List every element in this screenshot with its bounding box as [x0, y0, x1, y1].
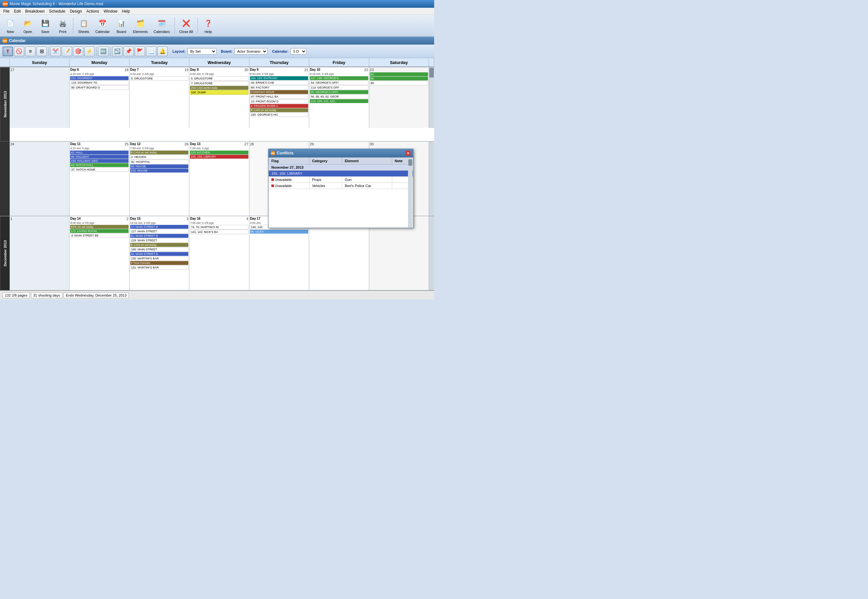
- new-button[interactable]: 📄 New: [3, 16, 18, 35]
- open-button[interactable]: 📂 Open: [20, 16, 36, 35]
- entry-27-1[interactable]: 123: KITCHEN: [190, 151, 248, 154]
- dialog-scrollbar-thumb[interactable]: [408, 159, 412, 166]
- entry-25-4[interactable]: 44: HATCH HALL: [70, 163, 128, 167]
- action-button[interactable]: ⚡: [84, 47, 95, 56]
- entry-20-2[interactable]: 7: DRUGSTORE: [190, 81, 248, 86]
- entry-22-4[interactable]: 65: GEORGE'S OFFI: [310, 90, 368, 94]
- edit-button[interactable]: 📝: [62, 47, 72, 56]
- list-button[interactable]: 📃: [146, 47, 156, 56]
- save-button[interactable]: 💾 Save: [38, 16, 53, 35]
- alert-button[interactable]: 🔔: [157, 47, 168, 56]
- menu-design[interactable]: Design: [68, 8, 84, 14]
- pin-button[interactable]: 📌: [123, 47, 134, 56]
- entry-dec5-2[interactable]: 96: OCEA: [250, 230, 308, 233]
- entry-21-4[interactable]: COMPANY MOVE: [250, 90, 308, 94]
- entry-dec2-1[interactable]: EPK on set today: [70, 225, 128, 229]
- entry-dec3-9[interactable]: If Time Permits: [130, 261, 188, 265]
- entry-23-1[interactable]: 84:: [370, 72, 428, 76]
- entry-18-1[interactable]: 151: DOORWAY: [70, 76, 128, 80]
- day-dec-1[interactable]: 1: [10, 216, 69, 290]
- entry-25-2[interactable]: 46: HALLWAY: [70, 155, 128, 159]
- entry-22-3[interactable]: 113: GEORGE'S OFF: [310, 85, 368, 90]
- entry-dec3-2[interactable]: 117: MAIN STREET: [130, 229, 188, 233]
- calendar-button[interactable]: 📅 Calendar: [93, 16, 112, 35]
- target-button[interactable]: 🎯: [73, 47, 83, 56]
- elements-button[interactable]: 🗂️ Elements: [131, 16, 150, 35]
- entry-21-3[interactable]: 89: FACTORY: [250, 85, 308, 90]
- sheets-button[interactable]: 📋 Sheets: [76, 16, 92, 35]
- entry-dec3-8[interactable]: 130: MARTINI'S BAR: [130, 256, 188, 261]
- entry-dec3-7[interactable]: 32: MAIN STREET B: [130, 252, 188, 256]
- layout-select[interactable]: By Set By Day By Scene: [187, 48, 217, 54]
- board-select[interactable]: Actor Scenario Default: [234, 48, 268, 54]
- menu-edit[interactable]: Edit: [12, 8, 23, 14]
- dialog-close-button[interactable]: ✕: [405, 151, 411, 156]
- day-dec-2[interactable]: Day 14 2 9:00 est; 4 7/8 pgs EPK on set …: [69, 216, 129, 290]
- entry-21-6[interactable]: 13: FRONT ROOM D: [250, 99, 308, 104]
- entry-22-6[interactable]: 119, 120, 121, 122,: [310, 99, 368, 103]
- day-22[interactable]: Day 10 22 9:15 est; 3 4/8 pgs 147, 148: …: [309, 67, 369, 128]
- lines-button[interactable]: ≡: [25, 47, 36, 56]
- entry-26-1[interactable]: B CAM on set today: [130, 151, 188, 154]
- text-format-button[interactable]: T: [3, 47, 13, 56]
- entry-25-1[interactable]: 42: HALL: [70, 151, 128, 154]
- entry-dec2-3[interactable]: 4: MAIN STREET BE: [70, 233, 128, 238]
- entry-25-3[interactable]: 150: HALLWAY GEO: [70, 159, 128, 163]
- entry-dec3-4[interactable]: 129: MAIN STREET: [130, 238, 188, 242]
- print-button[interactable]: 🖨️ Print: [55, 16, 71, 35]
- day-27[interactable]: Day 13 27 7:00 est; 3 pgs 123: KITCHEN 1…: [189, 141, 249, 215]
- day-17[interactable]: 17: [10, 67, 69, 128]
- grid-button[interactable]: ⊞: [36, 47, 47, 56]
- entry-21-7[interactable]: 3: FROZEN RIVER A: [250, 104, 308, 108]
- entry-18-3[interactable]: 90: DRAFT BOARD O: [70, 85, 128, 90]
- entry-26-5[interactable]: 153: HOUSE: [130, 169, 188, 173]
- sort-button[interactable]: 🔤: [98, 47, 108, 56]
- entry-20-1[interactable]: 5: DRUGSTORE: [190, 76, 248, 81]
- close-all-button[interactable]: ❌ Close All: [178, 16, 195, 35]
- entry-21-9[interactable]: 165: GEORGE'S HO: [250, 113, 308, 117]
- day-dec-4[interactable]: Day 16 4 7:00 est; 3 1/8 pgs 74, 76: MAR…: [189, 216, 249, 290]
- scrollbar-2[interactable]: [429, 141, 434, 215]
- conflict-row-1[interactable]: Unavailable Props Gun: [269, 177, 413, 183]
- scrollbar-1[interactable]: [429, 67, 434, 128]
- entry-26-4[interactable]: 99: HOUSE: [130, 164, 188, 168]
- help-button[interactable]: ❓ Help: [200, 16, 216, 35]
- entry-23-3[interactable]: 85:: [370, 81, 428, 85]
- day-19[interactable]: Day 7 19 3:00 est; 3 4/8 pgs 5: DRUGSTOR…: [129, 67, 189, 128]
- board-button[interactable]: 📊 Board: [114, 16, 129, 35]
- day-25[interactable]: Day 11 25 4:15 est; 5 pgs 42: HALL 46: H…: [69, 141, 129, 215]
- entry-23-2[interactable]: 68,: [370, 77, 428, 80]
- day-18[interactable]: Day 6 18 4:20 est; 2 4/8 pgs 151: DOORWA…: [69, 67, 129, 128]
- flag-button[interactable]: 🚩: [135, 47, 145, 56]
- entry-22-1[interactable]: 147, 148: GEORGE'S: [310, 76, 368, 80]
- entry-dec3-10[interactable]: 131: MARTINI'S BAR: [130, 265, 188, 270]
- day-20[interactable]: Day 8 20 6:00 est; 3 7/8 pgs 5: DRUGSTOR…: [189, 67, 249, 128]
- entry-18-2[interactable]: 115: DOORWAY TO: [70, 80, 128, 85]
- entry-27-2[interactable]: 155, 156: LIBRARY: [190, 155, 248, 159]
- calendars-button[interactable]: 🗓️ Calendars: [152, 16, 172, 35]
- entry-dec3-3[interactable]: 81: MAIN STREET B: [130, 234, 188, 238]
- conflict-row-2[interactable]: Unavailable Vehicles Bert's Police Car: [269, 183, 413, 189]
- undo-button[interactable]: ↩️: [112, 47, 122, 56]
- day-26[interactable]: Day 12 26 7:00 est; 3 5/8 pgs B CAM on s…: [129, 141, 189, 215]
- scrollbar-3[interactable]: [429, 216, 434, 290]
- entry-21-5[interactable]: 47: FRONT HALL BA: [250, 94, 308, 99]
- entry-21-2[interactable]: 49: ERNIE'S CAB: [250, 80, 308, 85]
- entry-dec3-6[interactable]: 160: MAIN STREET: [130, 247, 188, 252]
- conflict-highlight-row[interactable]: 155, 156: LIBRARY: [269, 171, 413, 177]
- day-23[interactable]: 23 84: 68, 85:: [369, 67, 429, 128]
- menu-breakdown[interactable]: Breakdown: [23, 8, 47, 14]
- day-21[interactable]: Day 9 21 8:50 est; 4 5/8 pgs 166, 169: E…: [250, 67, 309, 128]
- entry-22-2[interactable]: 54: GEORGE'S OFFI: [310, 80, 368, 85]
- entry-dec4-2[interactable]: 141, 143: NICK'S BA: [190, 230, 248, 234]
- entry-19-1[interactable]: 5: DRUGSTORE: [130, 76, 188, 81]
- entry-20-4[interactable]: 100: DUMP: [190, 90, 248, 95]
- entry-22-5[interactable]: 56, 58, 60, 62: GEOR: [310, 94, 368, 99]
- entry-21-1[interactable]: 166, 169: ENTRANC: [250, 76, 308, 80]
- entry-dec4-1[interactable]: 74, 76: MARTINI'S NI: [190, 225, 248, 229]
- menu-help[interactable]: Help: [120, 8, 132, 14]
- scissors-button[interactable]: ✂️: [50, 47, 61, 56]
- no-entry-button[interactable]: 🚫: [14, 47, 24, 56]
- day-dec-3[interactable]: Day 15 3 16:04 est; 4 6/8 pgs 17: MAIN S…: [129, 216, 189, 290]
- calendar-select[interactable]: 5 D 7 D: [290, 48, 307, 54]
